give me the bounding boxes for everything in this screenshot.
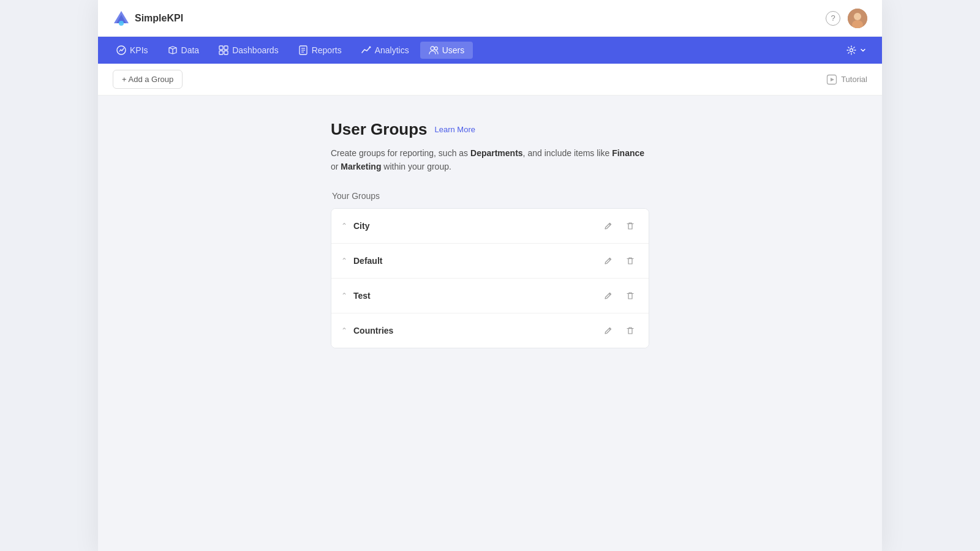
users-icon <box>429 45 439 55</box>
group-item-countries: ⌃ Countries <box>331 313 649 348</box>
group-actions-countries <box>600 322 639 339</box>
logo: SimpleKPI <box>113 10 183 27</box>
nav-kpis-label: KPIs <box>130 45 148 55</box>
trash-icon <box>626 222 635 230</box>
trash-icon <box>626 326 635 335</box>
main-nav: KPIs Data Dashboards <box>98 37 882 64</box>
group-item-city: ⌃ City <box>331 209 649 244</box>
chevron-up-icon-test[interactable]: ⌃ <box>341 291 347 300</box>
svg-point-16 <box>431 47 434 50</box>
learn-more-link[interactable]: Learn More <box>435 125 475 134</box>
group-actions-default <box>600 252 639 269</box>
desc-part4: within your group. <box>381 162 451 171</box>
nav-item-kpis[interactable]: KPIs <box>108 42 157 59</box>
svg-point-15 <box>369 47 371 48</box>
groups-list: ⌃ City <box>331 208 649 348</box>
svg-rect-8 <box>224 46 228 50</box>
groups-section-title: Your Groups <box>331 191 649 201</box>
nav-reports-label: Reports <box>312 45 342 55</box>
analytics-icon <box>361 45 371 55</box>
group-item-default: ⌃ Default <box>331 244 649 279</box>
nav-item-analytics[interactable]: Analytics <box>353 42 418 59</box>
edit-icon <box>604 257 612 265</box>
edit-city-button[interactable] <box>600 217 617 234</box>
svg-point-17 <box>434 47 437 50</box>
app-name: SimpleKPI <box>135 13 183 24</box>
nav-item-dashboards[interactable]: Dashboards <box>210 42 287 59</box>
svg-marker-20 <box>831 78 834 81</box>
nav-item-reports[interactable]: Reports <box>290 42 350 59</box>
settings-button[interactable] <box>840 42 872 59</box>
edit-default-button[interactable] <box>600 252 617 269</box>
delete-default-button[interactable] <box>622 252 639 269</box>
app-wrapper: SimpleKPI ? KPIs <box>98 0 882 551</box>
group-name-countries: Countries <box>353 326 600 335</box>
svg-point-18 <box>850 49 853 52</box>
nav-items: KPIs Data Dashboards <box>108 42 840 59</box>
nav-data-label: Data <box>181 45 200 55</box>
tutorial-label: Tutorial <box>841 75 867 84</box>
trash-icon <box>626 291 635 300</box>
toolbar: + Add a Group Tutorial <box>98 64 882 96</box>
tutorial-button[interactable]: Tutorial <box>826 74 867 85</box>
settings-icon <box>846 45 856 55</box>
delete-city-button[interactable] <box>622 217 639 234</box>
group-name-default: Default <box>353 256 600 266</box>
header-actions: ? <box>826 9 867 28</box>
dashboards-icon <box>219 45 228 55</box>
svg-rect-9 <box>219 51 223 54</box>
edit-icon <box>604 291 612 300</box>
nav-item-users[interactable]: Users <box>420 42 473 59</box>
data-icon <box>168 45 178 55</box>
page-description: Create groups for reporting, such as Dep… <box>331 146 649 174</box>
main-content: User Groups Learn More Create groups for… <box>98 96 882 551</box>
page-title: User Groups <box>331 120 428 139</box>
nav-analytics-label: Analytics <box>375 45 409 55</box>
nav-item-data[interactable]: Data <box>159 42 208 59</box>
nav-users-label: Users <box>442 45 465 55</box>
chevron-down-icon <box>860 47 866 53</box>
svg-point-4 <box>854 13 861 20</box>
reports-icon <box>298 45 308 55</box>
chevron-up-icon-city[interactable]: ⌃ <box>341 222 347 230</box>
header: SimpleKPI ? <box>98 0 882 37</box>
group-name-test: Test <box>353 291 600 301</box>
chevron-up-icon-countries[interactable]: ⌃ <box>341 326 347 335</box>
group-actions-test <box>600 287 639 304</box>
kpis-icon <box>116 45 126 55</box>
help-button[interactable]: ? <box>826 11 840 26</box>
desc-bold3: Marketing <box>341 162 381 171</box>
edit-icon <box>604 326 612 335</box>
svg-rect-10 <box>224 51 228 54</box>
play-icon <box>826 74 837 85</box>
page-title-row: User Groups Learn More <box>331 120 649 139</box>
nav-dashboards-label: Dashboards <box>232 45 279 55</box>
content-card: User Groups Learn More Create groups for… <box>331 120 649 348</box>
desc-part2: , and include items like <box>523 148 612 158</box>
logo-icon <box>113 10 130 27</box>
add-group-button[interactable]: + Add a Group <box>113 70 183 89</box>
delete-countries-button[interactable] <box>622 322 639 339</box>
chevron-up-icon-default[interactable]: ⌃ <box>341 257 347 265</box>
edit-icon <box>604 222 612 230</box>
delete-test-button[interactable] <box>622 287 639 304</box>
trash-icon <box>626 257 635 265</box>
edit-test-button[interactable] <box>600 287 617 304</box>
svg-point-2 <box>119 21 124 26</box>
desc-bold2: Finance <box>612 148 644 158</box>
desc-bold1: Departments <box>470 148 523 158</box>
desc-part1: Create groups for reporting, such as <box>331 148 470 158</box>
add-group-label: + Add a Group <box>122 75 173 84</box>
desc-part3: or <box>331 162 341 171</box>
user-avatar[interactable] <box>848 9 867 28</box>
group-actions-city <box>600 217 639 234</box>
group-name-city: City <box>353 221 600 231</box>
svg-rect-7 <box>219 46 223 50</box>
edit-countries-button[interactable] <box>600 322 617 339</box>
group-item-test: ⌃ Test <box>331 279 649 313</box>
